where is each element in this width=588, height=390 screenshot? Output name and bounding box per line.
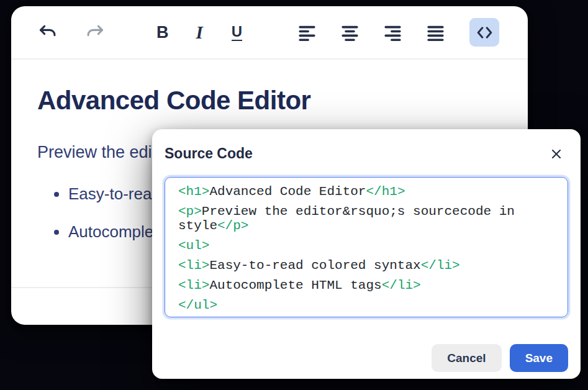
undo-button[interactable] <box>37 22 58 43</box>
cancel-button[interactable]: Cancel <box>432 344 501 372</box>
source-code-button[interactable] <box>469 18 499 47</box>
align-right-button[interactable] <box>382 22 403 43</box>
align-right-icon <box>382 22 403 43</box>
close-button[interactable] <box>548 146 564 162</box>
angle-brackets-icon <box>475 23 494 42</box>
source-code-textarea[interactable]: <h1>Advanced Code Editor</h1><p>Preview … <box>165 177 568 317</box>
align-left-icon <box>297 22 317 43</box>
source-code-modal: Source Code <h1>Advanced Code Editor</h1… <box>152 129 581 379</box>
code-line: <ul> <box>178 238 554 253</box>
undo-icon <box>37 22 58 43</box>
align-center-icon <box>340 22 360 43</box>
redo-icon <box>85 22 106 43</box>
app-background: B I U Advanced Code Editor Preview the e… <box>0 0 588 390</box>
justify-button[interactable] <box>425 22 446 43</box>
modal-title: Source Code <box>165 145 253 162</box>
justify-icon <box>425 22 446 43</box>
modal-footer: Cancel Save <box>432 344 568 372</box>
redo-button[interactable] <box>85 22 106 43</box>
editor-toolbar: B I U <box>11 6 528 60</box>
close-icon <box>550 147 563 161</box>
code-line: <li>Easy-to-read colored syntax</li> <box>178 258 554 273</box>
code-line: </ul> <box>178 298 554 312</box>
code-line: <p>Preview the editor&rsquo;s sourcecode… <box>178 204 554 233</box>
italic-button[interactable]: I <box>196 22 203 43</box>
code-line: <li>Autocomplete HTML tags</li> <box>178 278 554 292</box>
align-center-button[interactable] <box>340 22 360 43</box>
align-left-button[interactable] <box>297 22 317 43</box>
save-button[interactable]: Save <box>510 344 568 372</box>
bold-button[interactable]: B <box>156 23 169 42</box>
code-line: <h1>Advanced Code Editor</h1> <box>178 184 554 199</box>
modal-header: Source Code <box>152 129 581 177</box>
doc-heading: Advanced Code Editor <box>37 86 502 116</box>
underline-button[interactable]: U <box>232 24 242 41</box>
